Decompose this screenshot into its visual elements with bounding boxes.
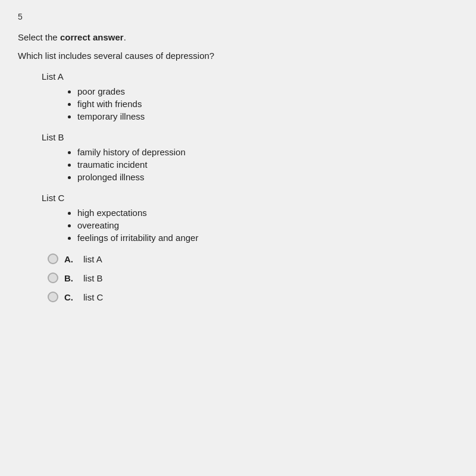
- list-a-label: List A: [42, 71, 458, 82]
- question-number: 5: [18, 12, 458, 21]
- option-b-letter: B.: [64, 273, 75, 283]
- list-item: temporary illness: [77, 111, 458, 121]
- list-item: fight with friends: [77, 99, 458, 109]
- question-text: Which list includes several causes of de…: [18, 51, 458, 61]
- radio-c[interactable]: [48, 292, 58, 302]
- instruction-bold: correct answer: [60, 32, 124, 42]
- list-item: high expectations: [77, 208, 458, 218]
- list-c-label: List C: [42, 193, 458, 203]
- option-b[interactable]: B. list B: [48, 273, 458, 283]
- list-b: family history of depression traumatic i…: [77, 147, 458, 182]
- list-item: feelings of irritability and anger: [77, 233, 458, 243]
- list-item: poor grades: [77, 86, 458, 96]
- instruction: Select the correct answer.: [18, 32, 458, 42]
- list-item: family history of depression: [77, 147, 458, 157]
- list-item: prolonged illness: [77, 172, 458, 182]
- option-a[interactable]: A. list A: [48, 253, 458, 264]
- page-container: 5 Select the correct answer. Which list …: [0, 0, 476, 476]
- option-a-text: list A: [83, 254, 102, 264]
- list-b-label: List B: [42, 132, 458, 142]
- option-c[interactable]: C. list C: [48, 292, 458, 302]
- option-c-text: list C: [83, 292, 103, 302]
- radio-b[interactable]: [48, 273, 58, 283]
- list-a: poor grades fight with friends temporary…: [77, 86, 458, 121]
- list-item: traumatic incident: [77, 159, 458, 170]
- option-b-text: list B: [83, 273, 103, 283]
- list-item: overeating: [77, 220, 458, 230]
- list-c: high expectations overeating feelings of…: [77, 208, 458, 243]
- option-c-letter: C.: [64, 292, 75, 302]
- answer-options: A. list A B. list B C. list C: [48, 253, 458, 302]
- radio-a[interactable]: [48, 253, 58, 264]
- option-a-letter: A.: [64, 254, 75, 264]
